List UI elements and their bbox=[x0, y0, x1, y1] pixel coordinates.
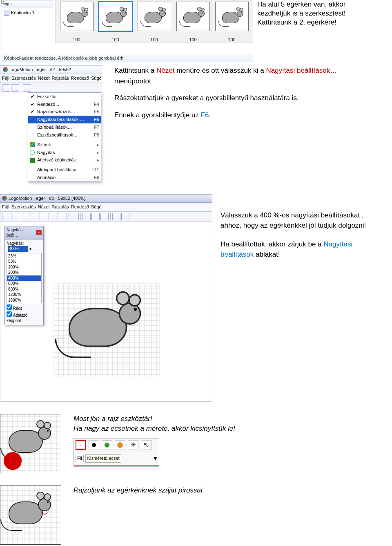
menu-item-nagyitasi[interactable]: Nagyítási beállítások …F6 bbox=[28, 116, 101, 123]
brush-toolbar: ✳︎ ↖ Fil Kisméretű ecset ▾ bbox=[74, 438, 159, 467]
tool-icon[interactable] bbox=[23, 84, 31, 92]
zoom-toolbar bbox=[0, 212, 212, 222]
zoom-menubar[interactable]: Fájl Szerkesztés Nézet Rajzolás Rendező … bbox=[0, 203, 212, 212]
transparent-checkbox[interactable]: Átlátszó képpont bbox=[7, 311, 42, 324]
mouse-icon bbox=[60, 289, 144, 358]
menu-sugo[interactable]: Súgó bbox=[91, 75, 102, 81]
magnifier-icon bbox=[30, 150, 35, 155]
zoom-opt[interactable]: 25% bbox=[7, 253, 41, 259]
layers-icon bbox=[30, 158, 35, 163]
mouse-icon bbox=[220, 6, 244, 27]
menu-item-aktivpont[interactable]: Aktívpont beállításaF11 bbox=[28, 166, 101, 174]
zoom-window-title: LogoMotion - eger - #2 - 59x52 [400%] bbox=[0, 194, 212, 203]
last-icon[interactable] bbox=[50, 213, 58, 220]
frame-2-value: 100 bbox=[111, 37, 119, 43]
zoom-opt[interactable]: 600% bbox=[7, 281, 41, 286]
mouse-icon bbox=[103, 6, 128, 27]
first-icon[interactable] bbox=[23, 213, 31, 220]
menu-item-animacio[interactable]: AnimációF9 bbox=[28, 174, 101, 181]
menu-item-szinbeallitasok[interactable]: Színbeállítások…F7 bbox=[28, 123, 101, 131]
zoom-canvas: Nagyítási beál… × Nagyítás: 400%▾ 25% 50… bbox=[0, 222, 212, 402]
frames-strip: 100 100 100 100 100 bbox=[55, 0, 253, 43]
red-ball-icon bbox=[4, 452, 22, 470]
tool-icon[interactable] bbox=[121, 213, 129, 220]
palette-icon bbox=[30, 142, 35, 147]
frame-5[interactable] bbox=[215, 2, 249, 31]
menu-fajl[interactable]: Fájl bbox=[2, 75, 9, 81]
delete-icon[interactable] bbox=[71, 213, 79, 220]
frame-list-panel: × eger Képkocka 1 bbox=[2, 0, 53, 53]
menu-nezet[interactable]: Nézet bbox=[38, 75, 50, 81]
brush-green[interactable] bbox=[102, 440, 112, 450]
zoom-opt[interactable]: 800% bbox=[7, 286, 41, 292]
zoom-opt-selected[interactable]: 400% bbox=[7, 275, 41, 281]
zoom-opt[interactable]: 50% bbox=[7, 259, 41, 264]
tool-icon[interactable] bbox=[91, 213, 100, 220]
toolbar bbox=[0, 83, 102, 93]
menu-separator bbox=[28, 140, 101, 140]
top-screenshot: × eger Képkocka 1 100 100 100 100 100 Ha… bbox=[0, 0, 392, 61]
zoom-opt[interactable]: 200% bbox=[7, 270, 41, 275]
close-icon[interactable]: × bbox=[1, 0, 5, 4]
mouse-with-mouth-image bbox=[0, 486, 61, 545]
zoom-label: Nagyítás: 400%▾ bbox=[5, 239, 43, 253]
frame-3-value: 100 bbox=[150, 37, 158, 43]
frame-thumb-icon bbox=[4, 10, 9, 16]
open-icon[interactable] bbox=[2, 213, 10, 220]
brush-orange[interactable] bbox=[115, 440, 125, 450]
cursor-icon[interactable]: ↖ bbox=[141, 440, 151, 450]
menu-szerkesztes[interactable]: Szerkesztés bbox=[11, 75, 36, 81]
menu-rendezo[interactable]: Rendező bbox=[71, 75, 89, 81]
play-icon[interactable] bbox=[59, 213, 67, 220]
frame-4-value: 100 bbox=[189, 37, 196, 43]
zoom-opt[interactable]: 100% bbox=[7, 264, 41, 270]
save-icon[interactable] bbox=[11, 84, 19, 92]
mouse-with-ball-image bbox=[0, 414, 61, 473]
zoom-value-select[interactable]: 400% bbox=[8, 246, 28, 252]
fil-label: Fil bbox=[76, 455, 84, 462]
mouse-icon bbox=[65, 6, 89, 27]
nezet-instruction: Kattintsunk a Nézet menüre és ott válass… bbox=[114, 65, 376, 182]
frame-label: Képkocka 1 bbox=[11, 10, 34, 16]
frame-4[interactable] bbox=[176, 2, 210, 31]
brush-tooltip: Kisméretű ecset bbox=[85, 454, 122, 463]
mouth-instruction: Rajzoljunk az egérkénknek szájat pirossa… bbox=[74, 486, 392, 496]
top-instruction: Ha alul 5 egérkén van, akkor kezdhetjük … bbox=[257, 0, 388, 27]
zoomed-mouse-image bbox=[53, 283, 160, 377]
app-logo-icon bbox=[2, 196, 7, 201]
next-icon[interactable] bbox=[41, 213, 49, 220]
zoom-opt[interactable]: 1200% bbox=[7, 292, 41, 298]
menu-item-rendezo[interactable]: ✔Rendező …F4 bbox=[28, 101, 101, 108]
menu-item-attetszo[interactable]: Áttetsző képkockák▸ bbox=[28, 156, 101, 164]
frame-2[interactable] bbox=[99, 2, 132, 31]
app-logo-icon bbox=[3, 67, 8, 72]
brush-instruction: Most jön a rajz eszköztár! Ha nagy az ec… bbox=[74, 414, 392, 467]
zoom-instruction: Válasszuk a 400 %-os nagyítási beállítás… bbox=[220, 210, 384, 269]
close-icon[interactable]: × bbox=[36, 230, 42, 235]
brush-small[interactable] bbox=[76, 440, 86, 450]
menubar[interactable]: Fájl Szerkesztés Nézet Rajzolás Rendező … bbox=[0, 74, 102, 83]
nezet-dropdown: ✔Eszköztár ✔Rendező …F4 ✔Rajzolóeszközök… bbox=[28, 92, 101, 182]
tool-icon[interactable] bbox=[82, 213, 91, 220]
save-icon[interactable] bbox=[11, 213, 19, 220]
brush-spray-icon[interactable]: ✳︎ bbox=[128, 440, 138, 450]
menu-item-szinek[interactable]: Színek▸ bbox=[28, 141, 101, 149]
menu-item-nagyitas[interactable]: Nagyítás▸ bbox=[28, 149, 101, 157]
grid-checkbox[interactable]: Rács bbox=[7, 304, 42, 311]
tool-icon[interactable] bbox=[100, 213, 109, 220]
menu-item-eszkoztar[interactable]: ✔Eszköztár bbox=[28, 93, 101, 101]
frame-list-item[interactable]: Képkocka 1 bbox=[2, 8, 53, 18]
prev-icon[interactable] bbox=[32, 213, 40, 220]
open-icon[interactable] bbox=[2, 84, 10, 92]
menu-item-rajzoloeszkozok[interactable]: ✔Rajzolóeszközök…F5 bbox=[28, 108, 101, 116]
tool-icon[interactable] bbox=[112, 213, 120, 220]
menu-rajzolas[interactable]: Rajzolás bbox=[52, 75, 69, 81]
menu-item-eszkozbeallitasok[interactable]: Eszközbeállítások…F8 bbox=[28, 131, 101, 139]
zoom-opt[interactable]: 1600% bbox=[7, 298, 41, 303]
mouse-icon bbox=[142, 6, 167, 27]
mouse-icon bbox=[181, 6, 205, 27]
brush-medium[interactable] bbox=[89, 440, 99, 450]
status-bar: Képkockaelem rendezése. A többi opció a … bbox=[2, 54, 253, 62]
frame-3[interactable] bbox=[138, 2, 171, 31]
frame-1[interactable] bbox=[60, 2, 94, 31]
